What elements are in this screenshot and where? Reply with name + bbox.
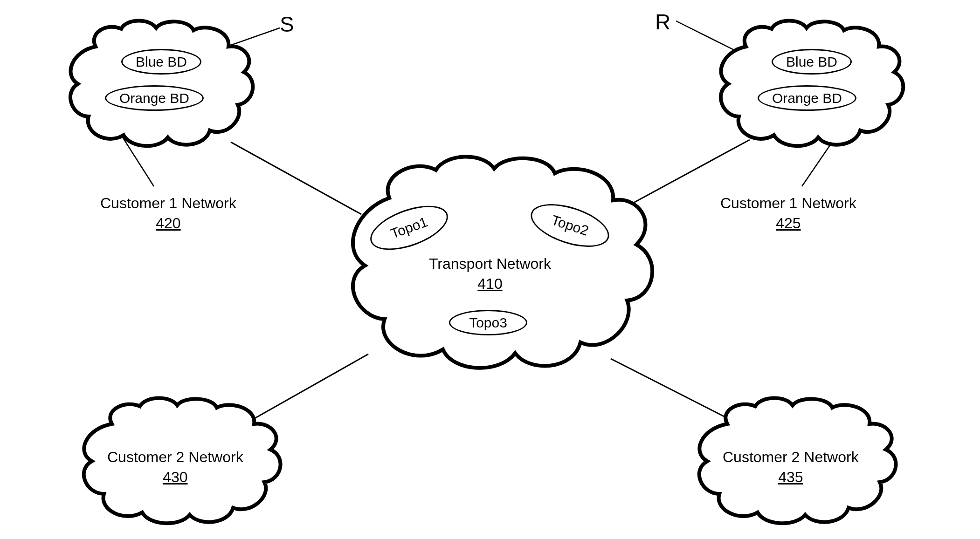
ellipse-blue-bd-left: Blue BD — [121, 49, 201, 75]
c2-right-title: Customer 2 Network — [723, 449, 859, 465]
orange-bd-left-label: Orange BD — [119, 90, 189, 106]
transport-number: 410 — [477, 275, 502, 292]
blue-bd-left-label: Blue BD — [136, 54, 187, 70]
c2-left-number: 430 — [163, 469, 187, 485]
c1-right-number: 425 — [776, 215, 801, 232]
c2-right-number: 435 — [778, 469, 803, 485]
ellipse-orange-bd-left: Orange BD — [105, 85, 204, 111]
c1-left-number: 420 — [156, 215, 180, 232]
c1-right-title: Customer 1 Network — [720, 195, 856, 212]
label-transport: Transport Network 410 — [429, 254, 551, 294]
ellipse-topo3: Topo3 — [449, 310, 527, 335]
c2-left-title: Customer 2 Network — [107, 449, 243, 465]
label-customer1-left: Customer 1 Network 420 — [100, 193, 236, 233]
tag-s: S — [280, 12, 294, 37]
label-customer1-right: Customer 1 Network 425 — [720, 193, 856, 233]
ellipse-orange-bd-right: Orange BD — [758, 85, 856, 111]
topo3-label: Topo3 — [469, 315, 507, 331]
topo2-label: Topo2 — [549, 212, 590, 239]
label-customer2-right: Customer 2 Network 435 — [723, 447, 859, 487]
tag-r: R — [655, 9, 670, 34]
ellipse-blue-bd-right: Blue BD — [772, 49, 852, 75]
topo1-label: Topo1 — [388, 214, 429, 242]
transport-title: Transport Network — [429, 255, 551, 272]
c1-left-title: Customer 1 Network — [100, 195, 236, 212]
orange-bd-right-label: Orange BD — [772, 90, 842, 106]
blue-bd-right-label: Blue BD — [786, 54, 837, 70]
label-customer2-left: Customer 2 Network 430 — [107, 447, 243, 487]
